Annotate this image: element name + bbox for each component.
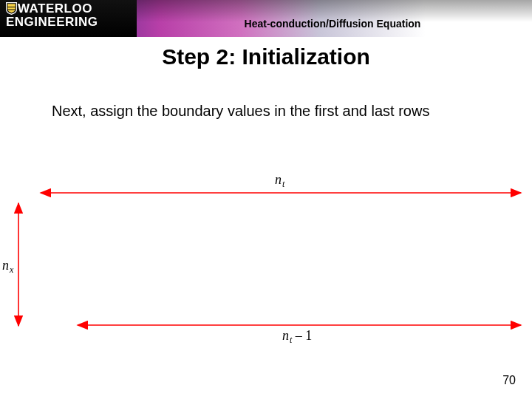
slide-topic: Heat-conduction/Diffusion Equation	[140, 18, 525, 30]
label-nx: nx	[2, 258, 13, 273]
svg-rect-0	[7, 7, 15, 7]
label-nt-minus-1: nt – 1	[282, 328, 312, 344]
label-nt: nt	[275, 172, 284, 188]
logo-line-1: WATERLOO	[6, 2, 98, 15]
label-ntm1-n: n	[282, 328, 289, 343]
diagram-area: nt nx nt – 1	[0, 151, 532, 344]
body-paragraph: Next, assign the boundary values in the …	[52, 102, 480, 120]
label-ntm1-sub: t	[290, 335, 292, 345]
logo-text-waterloo: WATERLOO	[18, 2, 92, 15]
logo-text-engineering: ENGINEERING	[6, 16, 98, 28]
slide-heading: Step 2: Initialization	[0, 44, 532, 69]
label-nt-sub: t	[282, 179, 284, 189]
arrows-svg	[0, 151, 532, 344]
label-nt-n: n	[275, 172, 282, 187]
shield-icon	[6, 2, 17, 15]
label-ntm1-tail: – 1	[292, 328, 312, 343]
label-nx-sub: x	[10, 265, 13, 275]
svg-rect-1	[7, 10, 15, 10]
label-nx-n: n	[2, 258, 9, 273]
header-banner: WATERLOO ENGINEERING Heat-conduction/Dif…	[0, 0, 532, 37]
waterloo-logo: WATERLOO ENGINEERING	[6, 2, 98, 28]
page-number: 70	[502, 374, 516, 387]
